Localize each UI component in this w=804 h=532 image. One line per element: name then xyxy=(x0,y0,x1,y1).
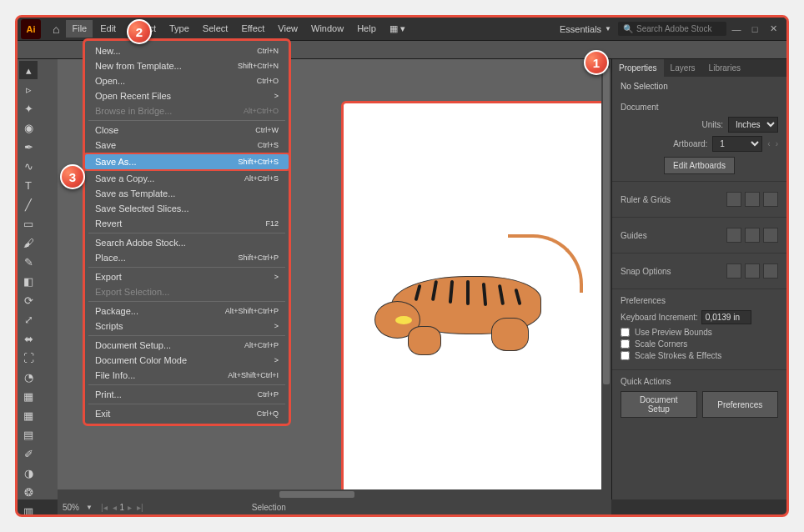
vertical-scrollbar[interactable] xyxy=(601,59,611,489)
annotation-badge-3: 3 xyxy=(60,164,85,189)
file-menu-item[interactable]: Open...Ctrl+O xyxy=(85,73,289,88)
scale-tool[interactable]: ⤢ xyxy=(19,310,38,329)
lasso-tool[interactable]: ◉ xyxy=(19,118,38,137)
units-select[interactable]: Inches xyxy=(728,117,778,133)
snap-grid-icon[interactable] xyxy=(745,263,760,279)
type-tool[interactable]: T xyxy=(19,176,38,194)
blend-tool[interactable]: ◑ xyxy=(19,464,38,482)
minimize-button[interactable]: — xyxy=(730,24,743,34)
workspace-switcher[interactable]: Essentials ▼ xyxy=(553,21,618,38)
shape-builder-tool[interactable]: ◔ xyxy=(19,368,38,386)
file-menu-item[interactable]: Place...Shift+Ctrl+P xyxy=(85,250,289,265)
file-menu-item[interactable]: Save Selected Slices... xyxy=(85,201,289,216)
preferences-button[interactable]: Preferences xyxy=(702,391,779,418)
scale-strokes-checkbox[interactable] xyxy=(621,351,630,360)
file-menu-item[interactable]: Print...Ctrl+P xyxy=(85,387,289,402)
file-menu-item[interactable]: Open Recent Files> xyxy=(85,88,289,103)
file-menu-item[interactable]: Search Adobe Stock... xyxy=(85,235,289,250)
file-menu-item[interactable]: New from Template...Shift+Ctrl+N xyxy=(85,58,289,73)
artboard-next-icon[interactable]: › xyxy=(776,139,778,148)
perspective-tool[interactable]: ▦ xyxy=(19,387,38,405)
direct-selection-tool[interactable]: ▹ xyxy=(19,80,38,98)
transparency-grid-icon[interactable] xyxy=(763,192,778,207)
zoom-level[interactable]: 50% xyxy=(63,503,79,512)
file-menu-item[interactable]: ExitCtrl+Q xyxy=(85,406,289,421)
file-menu-item[interactable]: Package...Alt+Shift+Ctrl+P xyxy=(85,304,289,319)
document-heading: Document xyxy=(621,103,778,112)
menu-view[interactable]: View xyxy=(272,20,304,38)
search-icon: 🔍 xyxy=(623,24,633,33)
file-menu-item[interactable]: CloseCtrl+W xyxy=(85,123,289,138)
keyboard-increment-input[interactable] xyxy=(701,310,751,324)
gradient-tool[interactable]: ▤ xyxy=(19,425,38,444)
close-button[interactable]: ✕ xyxy=(766,23,780,34)
grid-icon[interactable] xyxy=(745,192,760,207)
magic-wand-tool[interactable]: ✦ xyxy=(19,99,38,118)
pager-prev-icon[interactable]: ◂ xyxy=(111,503,118,512)
selection-status: No Selection xyxy=(612,77,786,96)
file-menu-item[interactable]: Save a Copy...Alt+Ctrl+S xyxy=(85,171,289,186)
menu-effect[interactable]: Effect xyxy=(235,20,270,38)
artboard-prev-icon[interactable]: ‹ xyxy=(767,139,770,148)
ruler-icon[interactable] xyxy=(726,192,741,207)
line-tool[interactable]: ╱ xyxy=(19,195,38,213)
search-input[interactable]: 🔍 Search Adobe Stock xyxy=(618,22,726,36)
preview-bounds-checkbox[interactable] xyxy=(621,328,630,337)
chevron-down-icon: ▼ xyxy=(605,25,611,33)
horizontal-scrollbar[interactable] xyxy=(58,489,611,499)
file-menu-item[interactable]: Document Color Mode> xyxy=(85,353,289,368)
selection-tool[interactable]: ▴ xyxy=(19,61,38,79)
tab-properties[interactable]: Properties xyxy=(612,59,664,77)
menu-select[interactable]: Select xyxy=(197,20,234,38)
menu-type[interactable]: Type xyxy=(163,20,195,38)
snap-point-icon[interactable] xyxy=(726,263,741,279)
guides-lock-icon[interactable] xyxy=(745,228,760,243)
file-menu-item[interactable]: File Info...Alt+Shift+Ctrl+I xyxy=(85,368,289,383)
maximize-button[interactable]: □ xyxy=(748,24,761,34)
file-menu-item[interactable]: New...Ctrl+N xyxy=(85,43,289,58)
quick-actions-heading: Quick Actions xyxy=(621,377,778,386)
zoom-chevron-icon[interactable]: ▼ xyxy=(86,504,93,511)
brush-tool[interactable]: 🖌 xyxy=(19,233,38,252)
file-menu-item[interactable]: Save As...Shift+Ctrl+S xyxy=(83,153,290,171)
menu-window[interactable]: Window xyxy=(305,20,349,38)
file-menu-item[interactable]: Scripts> xyxy=(85,319,289,334)
pen-tool[interactable]: ✒ xyxy=(19,138,38,156)
rectangle-tool[interactable]: ▭ xyxy=(19,214,38,233)
file-menu-item[interactable]: Document Setup...Alt+Ctrl+P xyxy=(85,338,289,353)
document-setup-button[interactable]: Document Setup xyxy=(621,391,697,418)
pager-next-icon[interactable]: ▸ xyxy=(126,503,133,512)
shaper-tool[interactable]: ✎ xyxy=(19,253,38,271)
eyedropper-tool[interactable]: ✐ xyxy=(19,444,38,463)
tab-libraries[interactable]: Libraries xyxy=(702,59,747,77)
layout-icon[interactable]: ▦ ▾ xyxy=(384,20,411,38)
eraser-tool[interactable]: ◧ xyxy=(19,272,38,290)
width-tool[interactable]: ⬌ xyxy=(19,329,38,348)
file-menu-item[interactable]: Save as Template... xyxy=(85,186,289,201)
rotate-tool[interactable]: ⟳ xyxy=(19,291,38,309)
menu-edit[interactable]: Edit xyxy=(94,20,122,38)
symbol-tool[interactable]: ❂ xyxy=(19,483,38,501)
snap-pixel-icon[interactable] xyxy=(763,263,778,279)
pager-last-icon[interactable]: ▸| xyxy=(135,503,145,512)
home-icon[interactable]: ⌂ xyxy=(53,23,59,36)
graph-tool[interactable]: ▥ xyxy=(19,502,38,517)
artboard[interactable] xyxy=(341,101,608,501)
page-number: 1 xyxy=(120,503,125,512)
free-transform-tool[interactable]: ⛶ xyxy=(19,349,38,367)
file-menu-item[interactable]: RevertF12 xyxy=(85,216,289,231)
guides-show-icon[interactable] xyxy=(726,228,741,243)
file-menu-item[interactable]: SaveCtrl+S xyxy=(85,138,289,153)
menu-help[interactable]: Help xyxy=(351,20,382,38)
pager-first-icon[interactable]: |◂ xyxy=(99,503,109,512)
smart-guides-icon[interactable] xyxy=(763,228,778,243)
artboard-select[interactable]: 1 xyxy=(712,136,762,152)
scale-corners-checkbox[interactable] xyxy=(621,339,630,349)
curvature-tool[interactable]: ∿ xyxy=(19,157,38,175)
edit-artboards-button[interactable]: Edit Artboards xyxy=(664,157,735,174)
tab-layers[interactable]: Layers xyxy=(664,59,702,77)
units-label: Units: xyxy=(621,120,723,129)
file-menu-item[interactable]: Export> xyxy=(85,269,289,284)
mesh-tool[interactable]: ▦ xyxy=(19,406,38,424)
menu-file[interactable]: File xyxy=(66,20,93,38)
